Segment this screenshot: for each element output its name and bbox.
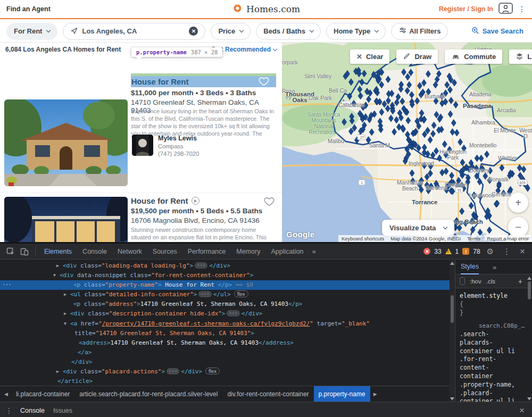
devtools-tab-network[interactable]: Network (112, 244, 147, 260)
register-sign-in-link[interactable]: Register / Sign In (439, 5, 493, 13)
styles-more-tabs[interactable]: » (493, 263, 496, 271)
zoom-in-button[interactable]: + (508, 193, 528, 213)
hov-toggle[interactable]: :hov (470, 278, 481, 285)
inspect-highlight-title-row[interactable]: House for Rent (131, 76, 276, 87)
breadcrumb-item[interactable]: div.for-rent-content-container (222, 386, 313, 402)
devtools-tab-sources[interactable]: Sources (147, 244, 182, 260)
clear-button[interactable]: ✕ Clear (350, 49, 389, 64)
dom-tree-line[interactable]: </a> (0, 348, 450, 357)
devtools-tab-console[interactable]: Console (77, 244, 112, 260)
drawer-close-icon[interactable]: × (517, 405, 527, 416)
device-toolbar-icon[interactable] (18, 246, 31, 257)
css-selector[interactable]: .search- placards- container ul li .for-… (455, 329, 532, 402)
error-icon[interactable]: ✕ (423, 248, 430, 255)
dom-tree-line[interactable]: ▶<div class="description-container hide-… (0, 309, 450, 319)
style-filter-input[interactable] (460, 277, 465, 285)
homes-logo[interactable]: Homes.com (232, 3, 300, 16)
commute-button[interactable]: Commute (445, 49, 502, 64)
cls-toggle[interactable]: .cls (486, 278, 495, 285)
drawer-tab-console[interactable]: Console (20, 407, 45, 414)
dom-tree-line[interactable]: ▼<div data-nosnippet class="for-rent-con… (0, 271, 450, 280)
layers-button[interactable]: Layers (509, 49, 532, 64)
home-type-dropdown[interactable]: Home Type (326, 23, 386, 40)
price-dropdown[interactable]: Price (211, 23, 251, 40)
listing-photo[interactable] (4, 99, 128, 186)
listing-title[interactable]: House for Rent (131, 196, 188, 205)
stylesheet-link[interactable]: search.C08p_… (455, 317, 532, 329)
twistie-icon[interactable]: ▶ (56, 367, 63, 377)
collapsed-content-icon[interactable]: ··· (167, 368, 179, 374)
location-search-input[interactable]: Los Angeles, CA ✕ (63, 23, 205, 40)
error-count[interactable]: 33 (434, 248, 441, 255)
drawer-kebab-icon[interactable]: ⋮ (5, 406, 13, 415)
for-rent-dropdown[interactable]: For Rent (6, 23, 57, 40)
attribution-item[interactable]: Keyboard shortcuts (342, 236, 384, 241)
dom-tree-line[interactable]: </div> (0, 357, 450, 367)
breadcrumb-item[interactable]: p.property-name (314, 386, 370, 402)
zoom-out-button[interactable]: − (508, 217, 528, 237)
twistie-icon[interactable]: ▼ (53, 271, 60, 280)
dom-tree-line[interactable]: </article> (0, 377, 450, 386)
beds-baths-dropdown[interactable]: Beds / Baths (256, 23, 321, 40)
twistie-icon[interactable]: ▶ (56, 261, 63, 271)
listing-photo[interactable] (4, 197, 128, 242)
find-an-agent-link[interactable]: Find an Agent (6, 5, 51, 13)
issue-count[interactable]: 78 (473, 248, 480, 255)
listing-title[interactable]: House for Rent (131, 77, 189, 86)
devtools-tab-application[interactable]: Application (265, 244, 309, 260)
flex-badge[interactable]: flex (234, 290, 248, 297)
agent-row[interactable]: Myles Lewis Compass (747) 298-7020 (132, 135, 199, 157)
devtools-tab-memory[interactable]: Memory (231, 244, 265, 260)
all-filters-button[interactable]: All Filters (391, 23, 448, 40)
flex-badge[interactable]: flex (205, 368, 220, 374)
listing-card[interactable]: House for Rent $11,000 per month • 3 Bed… (0, 56, 282, 190)
collapsed-content-icon[interactable]: ··· (198, 291, 211, 297)
breadcrumb-item[interactable]: li.placard-container (11, 386, 74, 402)
dom-tree-line[interactable]: ▶<div class="placard-actions">···</div>f… (0, 367, 450, 377)
favorite-heart-icon[interactable] (258, 76, 270, 87)
collapsed-content-icon[interactable]: ··· (227, 310, 239, 316)
drawer-tab-issues[interactable]: Issues (53, 407, 72, 414)
devtools-close-icon[interactable]: × (517, 246, 528, 257)
map-panel[interactable]: 101 27 1 91 605 orparkSimi ValleyRosa ey… (282, 43, 532, 242)
dom-tree-line[interactable]: <p class="address">14710 Greenleaf St, S… (0, 299, 450, 309)
devtools-kebab-icon[interactable]: ⋮ (500, 247, 513, 256)
warning-icon[interactable] (445, 248, 452, 254)
agent-phone[interactable]: (747) 298-7020 (158, 150, 199, 157)
twistie-icon[interactable]: ▶ (64, 290, 70, 299)
more-tabs-button[interactable]: » (309, 247, 319, 255)
twistie-icon[interactable]: ▼ (64, 319, 70, 329)
clear-search-button[interactable]: ✕ (189, 27, 198, 36)
attribution-item[interactable]: Terms (467, 236, 480, 241)
listing-card[interactable]: House for Rent $19,500 per month • 5 Bed… (0, 193, 282, 242)
settings-gear-icon[interactable]: ⚙ (484, 247, 496, 256)
dom-tree-line[interactable]: ▶<div class="loading-data loading-lg">··… (0, 261, 450, 271)
collapsed-content-icon[interactable]: ··· (195, 262, 207, 269)
attribution-item[interactable]: Report a map error (487, 236, 529, 241)
account-icon[interactable] (498, 3, 513, 16)
twistie-icon[interactable]: ▶ (64, 309, 70, 319)
breadcrumb-right-arrow[interactable]: ▶ (370, 391, 380, 397)
warning-count[interactable]: 1 (455, 248, 459, 255)
issues-icon[interactable]: ! (462, 248, 469, 255)
dom-tree-scrollbar[interactable] (450, 260, 455, 402)
video-tour-icon[interactable] (192, 197, 200, 205)
dom-tree-line-selected[interactable]: ···<p class="property-name"> House for R… (0, 280, 450, 290)
new-style-rule-button[interactable]: + (518, 277, 522, 286)
inspect-element-icon[interactable] (4, 246, 17, 257)
breadcrumb-item[interactable]: article.search-placard.for-rent-placard.… (74, 386, 222, 402)
dom-tree-line[interactable]: ▼<a href="/property/14710-greenleaf-st-s… (0, 319, 450, 329)
favorite-heart-icon[interactable] (263, 196, 275, 207)
dom-tree-line[interactable]: ▶<ul class="detailed-info-container">···… (0, 290, 450, 299)
header-kebab-icon[interactable]: ⋮ (518, 5, 526, 13)
dom-tree-line[interactable]: title="14710 Greenleaf St, Sherman Oaks,… (0, 329, 450, 338)
dom-tree-line[interactable]: <address>14710 Greenleaf St, Sherman Oak… (0, 338, 450, 348)
visualize-data-button[interactable]: Visualize Data (382, 220, 454, 236)
sty​les-tab[interactable]: Styles (461, 260, 479, 274)
draw-button[interactable]: Draw (396, 49, 438, 64)
styles-scrollbar[interactable] (527, 275, 532, 402)
devtools-tab-performance[interactable]: Performance (182, 244, 231, 260)
save-search-button[interactable]: Save Search (471, 27, 526, 36)
breadcrumb-left-arrow[interactable]: ◀ (1, 391, 11, 397)
element-style-rule[interactable]: element.style { } (455, 288, 532, 317)
